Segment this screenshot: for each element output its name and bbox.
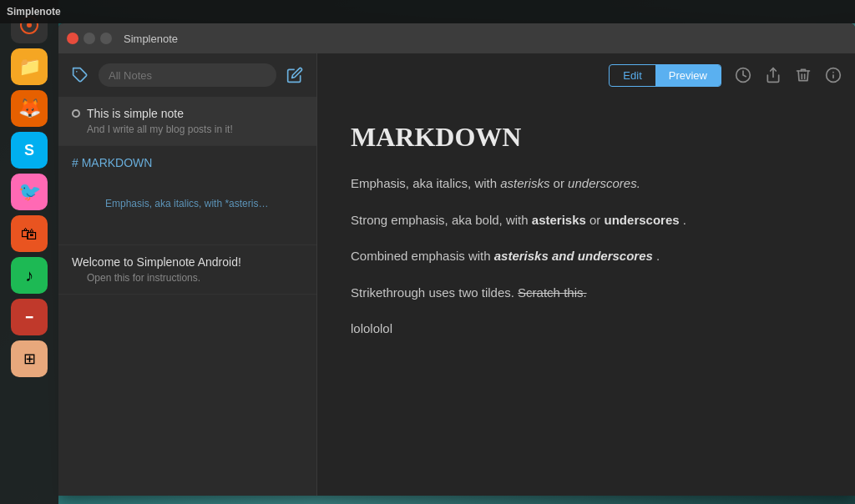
note-preview-3: Open this for instructions. [72,272,303,284]
info-button[interactable] [825,67,842,83]
app-red-icon[interactable]: ━ [11,299,48,335]
note-bullet-1 [72,109,80,118]
titlebar-buttons [67,33,112,44]
markdown-para-3: Combined emphasis with asterisks and und… [351,245,822,267]
para2-after: . [683,213,686,227]
note-item-3-header: Welcome to Simplenote Android! [72,255,303,269]
app-window: Simplenote [58,23,855,496]
tweetdeck-icon[interactable]: 🐦 [11,174,48,210]
toolbar-right: Edit Preview [609,64,842,87]
preview-button[interactable]: Preview [655,65,721,86]
titlebar: Simplenote [58,23,855,53]
para3-em2: underscores [578,249,653,263]
titlebar-title: Simplenote [124,33,178,45]
store-icon[interactable]: 🛍 [11,215,48,252]
note-list: This is simple note And I write all my b… [58,97,316,496]
note-preview-1: And I write all my blog posts in it! [72,123,303,135]
para2-bold2: underscores [605,213,680,227]
para4-before: Strikethrough uses two tildes. [351,285,518,300]
search-input[interactable] [99,63,276,87]
firefox-icon[interactable]: 🦊 [11,90,48,127]
spotify-icon[interactable]: ♪ [11,257,48,294]
para1-em1: asterisks [500,176,549,190]
taskbar: 📁 🦊 S 🐦 🛍 ♪ ━ ⊞ [0,0,58,504]
markdown-para-2: Strong emphasis, aka bold, with asterisk… [351,209,822,231]
para1-em2: underscores. [568,176,640,190]
markdown-para-1: Emphasis, aka italics, with asterisks or… [351,173,822,194]
markdown-heading: MARKDOWN [351,122,822,153]
para3-bold-em: asterisks and [494,249,578,263]
files-icon[interactable]: 📁 [11,48,48,85]
para1-text-before: Emphasis, aka italics, with [351,176,500,190]
editor-toolbar: Edit Preview [317,53,855,97]
note-item-1[interactable]: This is simple note And I write all my b… [58,97,316,146]
menu-app-name: Simplenote [7,6,61,18]
markdown-preview-content: MARKDOWN Emphasis, aka italics, with ast… [317,97,855,496]
para2-before: Strong emphasis, aka bold, with [351,213,532,227]
markdown-para-4: Strikethrough uses two tildes. Scratch t… [351,282,822,304]
sidebar: This is simple note And I write all my b… [58,53,317,496]
para3-after: . [656,249,660,263]
minimize-button[interactable] [83,33,95,44]
trash-button[interactable] [795,67,812,83]
skype-icon[interactable]: S [11,132,48,169]
note-title-2: # MARKDOWN [72,156,152,169]
para1-text-mid: or [554,176,569,190]
new-note-button[interactable] [283,63,306,87]
note-item-2-header: # MARKDOWN [72,156,303,169]
note-item-1-header: This is simple note [72,107,303,120]
edit-button[interactable]: Edit [610,65,655,86]
top-menubar: Simplenote [0,0,855,23]
markdown-para-5: lolololol [351,318,822,340]
share-button[interactable] [765,67,782,83]
history-button[interactable] [735,67,751,83]
mosaic-icon[interactable]: ⊞ [11,340,48,377]
app-content: This is simple note And I write all my b… [58,53,855,496]
note-preview-2: Emphasis, aka italics, with *asterisks* … [72,173,303,234]
note-item-3[interactable]: Welcome to Simplenote Android! Open this… [58,245,316,295]
para2-bold1: asterisks [532,213,586,227]
para2-mid: or [589,213,605,227]
edit-preview-toggle: Edit Preview [609,64,721,87]
sidebar-header [58,53,316,97]
close-button[interactable] [67,33,78,44]
para4-strike: Scratch this. [518,285,587,300]
note-item-2[interactable]: # MARKDOWN Emphasis, aka italics, with *… [58,146,316,245]
note-title-1: This is simple note [87,107,184,120]
tags-icon[interactable] [68,63,92,87]
para3-before: Combined emphasis with [351,249,494,263]
maximize-button[interactable] [100,33,112,44]
editor-area: Edit Preview [317,53,855,496]
note-title-3: Welcome to Simplenote Android! [72,255,241,269]
